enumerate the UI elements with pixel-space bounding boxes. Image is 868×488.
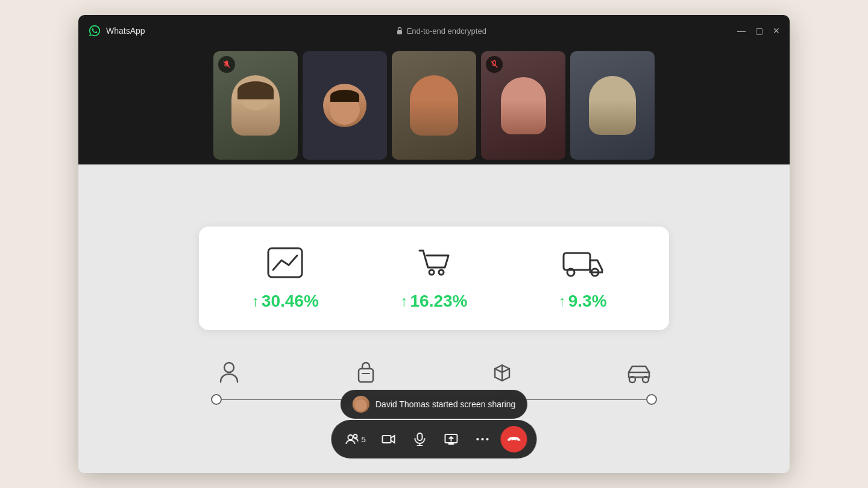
pipeline-line-0 bbox=[222, 399, 356, 400]
participants-icon bbox=[345, 434, 359, 445]
svg-rect-16 bbox=[418, 433, 423, 440]
screen-share-button[interactable] bbox=[438, 426, 465, 452]
more-icon bbox=[477, 437, 489, 441]
pipeline-stage-box bbox=[484, 360, 520, 384]
app-name-label: WhatsApp bbox=[106, 26, 145, 36]
chart-icon bbox=[266, 246, 304, 282]
mute-badge-1 bbox=[218, 56, 235, 73]
title-bar-left: WhatsApp bbox=[88, 24, 145, 37]
truck-icon bbox=[561, 246, 605, 282]
stat-value-2: ↑ 9.3% bbox=[559, 292, 607, 311]
pipeline-icons bbox=[211, 360, 657, 384]
stats-card: ↑ 30.46% ↑ 16.23% bbox=[199, 227, 669, 330]
svg-point-19 bbox=[482, 438, 484, 440]
pipeline-dot-0 bbox=[211, 394, 222, 405]
mic-button[interactable] bbox=[407, 426, 433, 452]
participant-tile-5[interactable] bbox=[570, 51, 655, 160]
toast-message: David Thomas started screen sharing bbox=[376, 399, 515, 409]
pipeline-line-2 bbox=[512, 399, 646, 400]
title-bar: WhatsApp End-to-end endcrypted — ▢ ✕ bbox=[78, 15, 790, 46]
svg-rect-0 bbox=[397, 30, 402, 34]
screen-share-area: ↑ 30.46% ↑ 16.23% bbox=[78, 164, 790, 473]
participant-tile-1[interactable] bbox=[213, 51, 298, 160]
svg-line-2 bbox=[491, 61, 498, 68]
participants-count: 5 bbox=[361, 435, 365, 444]
svg-point-4 bbox=[429, 270, 434, 275]
stat-item-1: ↑ 16.23% bbox=[384, 246, 485, 311]
video-icon bbox=[382, 434, 395, 445]
mic-icon bbox=[415, 433, 426, 446]
toast-notification: David Thomas started screen sharing bbox=[341, 390, 527, 419]
participant-strip bbox=[78, 46, 790, 164]
svg-rect-15 bbox=[383, 436, 391, 443]
toast-avatar bbox=[353, 396, 370, 413]
close-button[interactable]: ✕ bbox=[773, 27, 780, 35]
svg-point-5 bbox=[439, 270, 444, 275]
svg-point-18 bbox=[477, 438, 479, 440]
svg-point-13 bbox=[348, 435, 353, 440]
stat-value-0: ↑ 30.46% bbox=[252, 292, 319, 311]
whatsapp-logo-icon bbox=[88, 24, 101, 37]
stat-item-2: ↑ 9.3% bbox=[532, 246, 633, 311]
participants-button[interactable]: 5 bbox=[341, 434, 370, 445]
cart-icon bbox=[415, 246, 453, 282]
mute-icon-4 bbox=[490, 60, 498, 69]
svg-rect-10 bbox=[359, 369, 373, 382]
pipeline-dot-3 bbox=[646, 394, 657, 405]
svg-rect-6 bbox=[564, 253, 590, 270]
end-call-button[interactable] bbox=[501, 426, 527, 452]
more-button[interactable] bbox=[470, 426, 496, 452]
app-window: WhatsApp End-to-end endcrypted — ▢ ✕ bbox=[78, 15, 790, 473]
avatar-david bbox=[323, 84, 366, 127]
controls-bar: 5 bbox=[331, 420, 536, 458]
end-call-icon bbox=[507, 435, 521, 443]
svg-point-14 bbox=[353, 434, 357, 438]
video-button[interactable] bbox=[376, 426, 402, 452]
svg-point-20 bbox=[486, 438, 489, 440]
minimize-button[interactable]: — bbox=[737, 27, 746, 35]
stat-item-0: ↑ 30.46% bbox=[235, 246, 336, 311]
pipeline-stage-car bbox=[621, 360, 657, 384]
screen-share-icon bbox=[445, 433, 458, 445]
window-controls: — ▢ ✕ bbox=[737, 27, 780, 35]
mute-badge-4 bbox=[486, 56, 503, 73]
encryption-label: End-to-end endcrypted bbox=[407, 27, 486, 36]
mute-icon-1 bbox=[222, 60, 231, 69]
stat-value-1: ↑ 16.23% bbox=[401, 292, 468, 311]
pipeline-stage-person bbox=[211, 360, 247, 384]
pipeline-stage-bag bbox=[348, 360, 384, 384]
encryption-label-area: End-to-end endcrypted bbox=[145, 27, 737, 36]
maximize-button[interactable]: ▢ bbox=[755, 27, 763, 35]
participant-tile-2[interactable] bbox=[303, 51, 387, 160]
participant-tile-3[interactable] bbox=[392, 51, 476, 160]
svg-point-9 bbox=[224, 363, 234, 372]
participant-tile-4[interactable] bbox=[481, 51, 565, 160]
lock-icon bbox=[396, 27, 403, 35]
